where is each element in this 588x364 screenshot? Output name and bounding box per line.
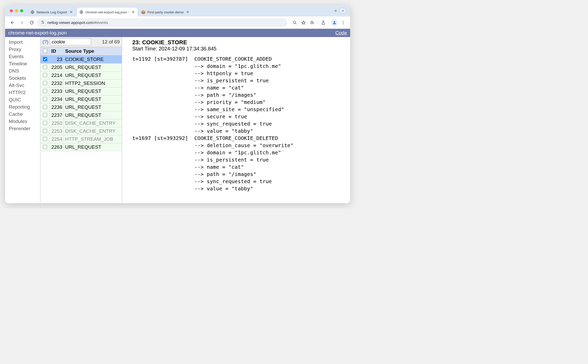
minimize-window-button[interactable] — [15, 9, 18, 12]
table-row[interactable]: 2205URL_REQUEST — [40, 64, 122, 72]
row-id: 2253 — [50, 127, 64, 135]
sidebar-item-alt-svc[interactable]: Alt-Svc — [7, 82, 40, 89]
sidebar-item-events[interactable]: Events — [7, 53, 40, 60]
close-tab-button[interactable]: ✕ — [186, 10, 190, 14]
close-tab-button[interactable]: ✕ — [69, 10, 73, 14]
table-row[interactable]: 2237URL_REQUEST — [40, 111, 122, 119]
page-header: chrome-net-export-log.json Code — [5, 29, 350, 37]
svg-point-8 — [343, 23, 344, 24]
sidebar-item-proxy[interactable]: Proxy — [7, 46, 40, 53]
detail-log: t=1192 [st=392787] COOKIE_STORE_COOKIE_A… — [132, 55, 348, 192]
avatar — [331, 19, 338, 26]
back-button[interactable] — [8, 18, 16, 27]
extensions-button[interactable] — [308, 18, 317, 27]
maximize-window-button[interactable] — [20, 9, 23, 12]
table-row[interactable]: 2253DISK_CACHE_ENTRY — [40, 127, 122, 135]
menu-button[interactable] — [339, 18, 348, 27]
address-bar[interactable]: netlog-viewer.appspot.com/#events — [37, 18, 287, 27]
close-window-button[interactable] — [10, 9, 13, 12]
tab-title: chrome-net-export-log.json - — [85, 10, 129, 14]
row-id: 2233 — [50, 87, 64, 95]
forward-button[interactable] — [18, 18, 26, 27]
sidebar-item-modules[interactable]: Modules — [7, 118, 40, 125]
row-checkbox[interactable] — [43, 97, 47, 101]
row-source-type: URL_REQUEST — [64, 103, 122, 111]
row-select-cell — [40, 103, 50, 111]
row-checkbox[interactable] — [43, 113, 47, 117]
sidebar-item-timeline[interactable]: Timeline — [7, 60, 40, 67]
svg-point-6 — [343, 21, 344, 22]
row-checkbox[interactable] — [43, 81, 47, 85]
row-checkbox[interactable] — [43, 57, 47, 61]
sidebar-item-quic[interactable]: QUIC — [7, 96, 40, 103]
plus-icon — [334, 9, 338, 13]
sidebar-item-cache[interactable]: Cache — [7, 111, 40, 118]
table-row[interactable]: 2233URL_REQUEST — [40, 87, 122, 95]
row-source-type: URL_REQUEST — [64, 95, 122, 103]
reload-button[interactable] — [27, 18, 36, 27]
zoom-button[interactable] — [290, 18, 299, 27]
table-row[interactable]: 2254HTTP_STREAM_JOB — [40, 135, 122, 143]
row-id: 2237 — [50, 111, 64, 119]
browser-tab[interactable]: chrome-net-export-log.json - ✕ — [77, 8, 138, 16]
kebab-icon — [341, 20, 345, 25]
filter-input[interactable] — [50, 39, 91, 45]
filter-help-link[interactable]: (?) — [42, 39, 48, 45]
bookmark-button[interactable] — [299, 18, 308, 27]
table-row[interactable]: 2214URL_REQUEST — [40, 72, 122, 79]
row-checkbox[interactable] — [43, 73, 47, 77]
row-source-type: DISK_CACHE_ENTRY — [64, 127, 122, 135]
window-controls — [6, 9, 28, 12]
globe-icon — [79, 10, 83, 14]
sidebar-item-reporting[interactable]: Reporting — [7, 103, 40, 111]
sidebar-item-import[interactable]: Import — [7, 39, 40, 46]
row-id: 2250 — [50, 119, 64, 127]
row-select-cell — [40, 56, 50, 64]
code-link[interactable]: Code — [335, 30, 347, 36]
table-row[interactable]: 2236URL_REQUEST — [40, 103, 122, 111]
arrow-right-icon — [20, 20, 24, 25]
svg-point-7 — [343, 22, 344, 23]
row-id: 2205 — [50, 64, 64, 72]
filter-row: (?) 12 of 69 — [40, 37, 122, 47]
sidebar-item-http-2[interactable]: HTTP/2 — [7, 89, 40, 96]
labs-button[interactable] — [319, 18, 328, 27]
profile-button[interactable] — [330, 18, 339, 27]
select-all-checkbox[interactable] — [43, 49, 47, 53]
row-source-type: URL_REQUEST — [64, 143, 122, 151]
browser-tab[interactable]: 🍪First-party cookie demo✕ — [139, 8, 192, 16]
row-checkbox[interactable] — [43, 145, 47, 149]
person-icon — [332, 20, 337, 25]
detail-panel: 23: COOKIE_STORE Start Time: 2024-12-09 … — [122, 37, 350, 203]
tab-separator — [76, 10, 76, 15]
table-row[interactable]: 2234URL_REQUEST — [40, 95, 122, 103]
row-checkbox[interactable] — [43, 137, 47, 141]
table-row[interactable]: 2250DISK_CACHE_ENTRY — [40, 119, 122, 127]
sidebar-item-dns[interactable]: DNS — [7, 67, 40, 75]
browser-window: Network Log Export✕chrome-net-export-log… — [5, 5, 350, 203]
sidebar: ImportProxyEventsTimelineDNSSocketsAlt-S… — [5, 37, 40, 203]
row-source-type: HTTP2_SESSION — [64, 79, 122, 87]
row-id: 23 — [50, 56, 64, 64]
browser-tab[interactable]: Network Log Export✕ — [28, 8, 76, 16]
table-row[interactable]: 23COOKIE_STORE — [40, 56, 122, 64]
close-tab-button[interactable]: ✕ — [131, 10, 135, 14]
row-checkbox[interactable] — [43, 65, 47, 69]
table-row[interactable]: 2263URL_REQUEST — [40, 143, 122, 151]
id-header: ID — [50, 47, 64, 56]
arrow-left-icon — [10, 20, 14, 25]
new-tab-button[interactable] — [332, 7, 339, 14]
events-table: ID Source Type 23COOKIE_STORE2205URL_REQ… — [40, 47, 122, 151]
sidebar-item-prerender[interactable]: Prerender — [7, 125, 40, 132]
site-settings-icon[interactable] — [41, 20, 45, 25]
row-checkbox[interactable] — [43, 105, 47, 109]
table-row[interactable]: 2232HTTP2_SESSION — [40, 79, 122, 87]
tab-search-button[interactable] — [339, 8, 347, 14]
sidebar-item-sockets[interactable]: Sockets — [7, 75, 40, 82]
flask-icon — [321, 20, 326, 25]
url-path: /#events — [93, 20, 108, 25]
row-checkbox[interactable] — [43, 129, 47, 133]
row-checkbox[interactable] — [43, 89, 47, 93]
page-title: chrome-net-export-log.json — [8, 30, 67, 36]
row-checkbox[interactable] — [43, 121, 47, 125]
